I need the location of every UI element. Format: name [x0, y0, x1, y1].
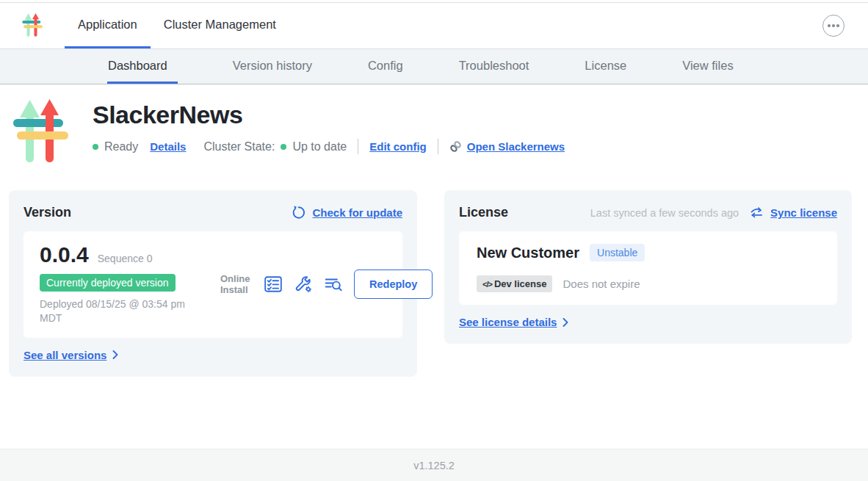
- app-hero-text: SlackerNews Ready Details Cluster State:…: [93, 99, 565, 167]
- slackernews-logo-icon: [22, 13, 44, 38]
- license-expiry-text: Does not expire: [563, 278, 640, 290]
- console-footer: v1.125.2: [0, 449, 868, 481]
- see-license-details-link[interactable]: See license details: [459, 316, 568, 328]
- slackernews-logo-icon: [10, 99, 75, 167]
- redeploy-button[interactable]: Redeploy: [354, 270, 433, 299]
- version-number: 0.0.4: [40, 244, 89, 266]
- version-info: 0.0.4 Sequence 0 Currently deployed vers…: [40, 244, 214, 325]
- version-card-title: Version: [23, 205, 71, 220]
- version-card: Version Check for update 0.0.4 Sequence: [9, 190, 417, 377]
- admin-console-page: Application Cluster Management Dashboard…: [0, 0, 868, 481]
- ellipsis-icon: [832, 24, 835, 27]
- open-app-link[interactable]: Open Slackernews: [467, 140, 565, 153]
- app-hero: SlackerNews Ready Details Cluster State:…: [0, 84, 868, 167]
- license-card-title: License: [459, 205, 508, 220]
- sync-license-link[interactable]: Sync license: [770, 206, 837, 219]
- top-nav-tabs: Application Cluster Management: [65, 3, 289, 48]
- tab-config[interactable]: Config: [367, 49, 404, 84]
- chevron-right-icon: [112, 350, 118, 359]
- logs-search-icon[interactable]: [324, 275, 343, 294]
- tab-license[interactable]: License: [584, 49, 627, 84]
- ellipsis-icon: [836, 24, 839, 27]
- details-link[interactable]: Details: [150, 140, 186, 153]
- refresh-icon: [292, 206, 305, 220]
- tab-version-history[interactable]: Version history: [232, 49, 313, 84]
- ellipsis-icon: [828, 24, 831, 27]
- app-logo-icon: [22, 12, 46, 40]
- see-all-versions-link[interactable]: See all versions: [23, 349, 118, 361]
- check-for-update-link[interactable]: Check for update: [312, 206, 402, 219]
- dashboard-content: SlackerNews Ready Details Cluster State:…: [0, 84, 868, 449]
- version-card-header: Version Check for update: [23, 205, 402, 220]
- license-type-badge: </> Dev license: [477, 275, 552, 292]
- app-status-dot-icon: [93, 144, 98, 150]
- checklist-icon[interactable]: [264, 275, 283, 294]
- current-version-panel: 0.0.4 Sequence 0 Currently deployed vers…: [23, 231, 402, 338]
- check-update-group[interactable]: Check for update: [292, 206, 402, 220]
- customer-name: New Customer: [477, 245, 579, 261]
- divider: [358, 139, 358, 154]
- top-nav: Application Cluster Management: [0, 3, 868, 48]
- tab-view-files[interactable]: View files: [681, 49, 734, 84]
- deployed-timestamp: Deployed 08/15/25 @ 03:54 pm MDT: [40, 297, 205, 325]
- app-subnav: Dashboard Version history Config Trouble…: [0, 48, 868, 84]
- sync-icon: [750, 207, 764, 218]
- code-icon: </>: [482, 280, 492, 289]
- console-version: v1.125.2: [413, 460, 455, 471]
- dashboard-cards: Version Check for update 0.0.4 Sequence: [9, 190, 852, 377]
- last-synced-text: Last synced a few seconds ago: [590, 207, 739, 219]
- edit-config-link[interactable]: Edit config: [369, 140, 427, 153]
- license-card: License Last synced a few seconds ago Sy…: [444, 190, 852, 344]
- tab-application[interactable]: Application: [65, 3, 151, 48]
- cluster-state-text: Up to date: [292, 140, 347, 153]
- install-type-label: Online Install: [220, 273, 253, 296]
- channel-badge: Unstable: [590, 244, 645, 261]
- tab-troubleshoot[interactable]: Troubleshoot: [458, 49, 530, 84]
- page-title: SlackerNews: [93, 101, 565, 129]
- sequence-label: Sequence 0: [98, 253, 153, 264]
- wrench-gear-icon[interactable]: [294, 275, 313, 294]
- tab-dashboard[interactable]: Dashboard: [107, 49, 178, 84]
- app-status-row: Ready Details Cluster State: Up to date …: [93, 139, 565, 154]
- version-actions: Online Install: [220, 270, 433, 299]
- link-chain-icon: [449, 140, 462, 153]
- chevron-right-icon: [563, 318, 568, 327]
- cluster-state-label: Cluster State:: [203, 140, 275, 153]
- deployed-badge: Currently deployed version: [40, 274, 176, 292]
- app-hero-logo: [10, 99, 75, 167]
- divider: [438, 139, 438, 154]
- app-status-text: Ready: [104, 140, 138, 153]
- license-card-header: License Last synced a few seconds ago Sy…: [459, 205, 837, 220]
- overflow-menu-button[interactable]: [822, 15, 845, 37]
- tab-cluster-management[interactable]: Cluster Management: [151, 3, 289, 48]
- license-panel: New Customer Unstable </> Dev license Do…: [459, 231, 837, 305]
- cluster-state-dot-icon: [281, 144, 286, 150]
